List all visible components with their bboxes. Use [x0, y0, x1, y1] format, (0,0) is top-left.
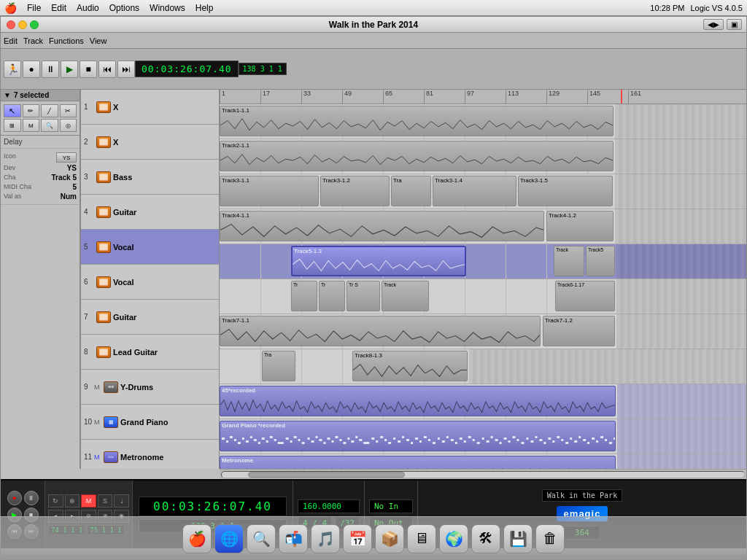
- solo-btn[interactable]: S: [98, 494, 113, 508]
- svg-rect-50: [438, 438, 440, 440]
- region-7-1[interactable]: Track7-1.1: [220, 316, 541, 346]
- dock-trash[interactable]: 🗑: [535, 524, 565, 553]
- tool-eraser[interactable]: ╱: [41, 104, 58, 117]
- menu-file[interactable]: File: [27, 3, 41, 13]
- window-ctrl-2[interactable]: ▣: [727, 19, 742, 30]
- apple-menu[interactable]: 🍎: [4, 2, 17, 14]
- dock-search[interactable]: 🔍: [247, 524, 276, 553]
- track-header-6[interactable]: 6 ▓▓ Vocal: [81, 265, 219, 300]
- region-4-1[interactable]: Track4-1.1: [220, 211, 544, 241]
- track-header-5[interactable]: 5 ▓▓ Vocal: [81, 230, 219, 265]
- region-10-1[interactable]: Grand Piano *recorded: [220, 421, 616, 451]
- track-header-2[interactable]: 2 ▓▓ X: [81, 125, 219, 160]
- dock-browser[interactable]: 🌐: [214, 524, 244, 553]
- region-6-2[interactable]: Tr: [319, 281, 345, 311]
- region-8-2[interactable]: Track8-1.3: [352, 351, 468, 381]
- forward-btn[interactable]: ⏭: [117, 61, 135, 78]
- submenu-edit[interactable]: Edit: [4, 36, 18, 45]
- dock-calendar[interactable]: 📅: [343, 524, 372, 553]
- bottom-record-btn[interactable]: ●: [7, 491, 22, 505]
- scrollbar-thumb[interactable]: [248, 472, 405, 478]
- region-label-11-1: Metronome: [222, 457, 253, 464]
- region-6-4[interactable]: Track: [382, 281, 429, 311]
- pause-btn[interactable]: ⏸: [42, 61, 59, 78]
- tool-scissors[interactable]: ✂: [60, 104, 77, 117]
- region-3-1[interactable]: Track3-1.1: [220, 176, 319, 206]
- region-3-4[interactable]: Track3-1.4: [433, 176, 516, 206]
- minimize-button[interactable]: [18, 20, 27, 29]
- play-btn[interactable]: ▶: [61, 61, 78, 78]
- empty-area-8: [469, 349, 746, 384]
- region-6-1[interactable]: Tr: [291, 281, 317, 311]
- tool-extra[interactable]: ◎: [60, 119, 77, 132]
- inspector-arrow[interactable]: ▼: [4, 91, 11, 99]
- svg-rect-27: [335, 436, 338, 438]
- tool-pencil[interactable]: ✏: [23, 104, 40, 117]
- sync-btn[interactable]: ⊕: [65, 494, 80, 508]
- dock-mail[interactable]: 📬: [279, 524, 308, 553]
- in-display: No In: [369, 499, 413, 513]
- scrollbar-track[interactable]: [221, 471, 745, 478]
- submenu-track[interactable]: Track: [23, 36, 43, 45]
- region-3-2[interactable]: Track3-1.2: [320, 176, 390, 206]
- track-header-9[interactable]: 9 M ≡≡ Y-Drums: [81, 370, 219, 405]
- svg-rect-41: [398, 440, 400, 443]
- maximize-button[interactable]: [30, 20, 39, 29]
- dock-app1[interactable]: 📦: [375, 524, 404, 553]
- menu-edit[interactable]: Edit: [51, 3, 66, 13]
- dock-app2[interactable]: 🖥: [407, 524, 436, 553]
- submenu-functions[interactable]: Functions: [49, 36, 84, 45]
- menu-audio[interactable]: Audio: [77, 3, 99, 13]
- click-btn[interactable]: ♩: [114, 494, 129, 508]
- track-header-3[interactable]: 3 ▓▓ Bass: [81, 160, 219, 195]
- region-9-1[interactable]: 45*recorded: [220, 386, 616, 416]
- tool-glue[interactable]: ⊞: [4, 119, 21, 132]
- track-header-11[interactable]: 11 M ≈≈ Metronome: [81, 440, 219, 469]
- dock-finder[interactable]: 🍎: [182, 524, 212, 553]
- horizontal-scrollbar[interactable]: [220, 469, 746, 479]
- loop-btn[interactable]: ↻: [48, 494, 63, 508]
- menu-options[interactable]: Options: [109, 3, 139, 13]
- submenu-view[interactable]: View: [90, 36, 107, 45]
- region-2-1[interactable]: Track2-1.1: [220, 141, 614, 171]
- region-1-1[interactable]: Track1-1.1: [220, 106, 614, 136]
- track-header-10[interactable]: 10 M ▦ Grand Piano: [81, 405, 219, 440]
- dock-app3[interactable]: 🌍: [439, 524, 468, 553]
- window-ctrl-1[interactable]: ◀▶: [703, 19, 724, 30]
- dock-app5[interactable]: 💾: [503, 524, 533, 553]
- dock-music[interactable]: 🎵: [311, 524, 340, 553]
- ruler-tick-81: 81: [424, 90, 433, 104]
- track-header-1[interactable]: 1 ▓▓ X: [81, 90, 219, 125]
- tool-mute[interactable]: M: [23, 119, 40, 132]
- bottom-pause-btn[interactable]: ⏸: [24, 491, 39, 505]
- empty-area-7: [616, 314, 746, 349]
- region-4-2[interactable]: Track4-1.2: [546, 211, 614, 241]
- region-3-3[interactable]: Tra: [391, 176, 431, 206]
- mute-btn[interactable]: M: [81, 494, 96, 508]
- rewind-btn[interactable]: ⏮: [98, 61, 116, 78]
- track-header-4[interactable]: 4 ▓▓ Guitar: [81, 195, 219, 230]
- track-icon-1: ▓▓: [96, 101, 111, 113]
- region-5-2[interactable]: Track: [554, 246, 584, 276]
- region-3-5[interactable]: Track3-1.5: [518, 176, 613, 206]
- region-7-2[interactable]: Track7-1.2: [543, 316, 615, 346]
- menu-help[interactable]: Help: [196, 3, 214, 13]
- tool-zoom[interactable]: 🔍: [41, 119, 58, 132]
- mode-btn-1[interactable]: 🏃: [4, 61, 21, 78]
- region-5-3[interactable]: Track5: [586, 246, 615, 276]
- track-header-7[interactable]: 7 ▓▓ Guitar: [81, 300, 219, 335]
- region-11-1[interactable]: Metronome: [220, 456, 616, 469]
- menu-windows[interactable]: Windows: [150, 3, 185, 13]
- region-5-1[interactable]: Track5-1.3: [291, 246, 466, 276]
- svg-rect-68: [516, 439, 519, 441]
- region-8-1[interactable]: Tra: [262, 351, 295, 381]
- region-6-5[interactable]: Track6-1.17: [555, 281, 615, 311]
- stop-btn[interactable]: ■: [80, 61, 97, 78]
- tool-arrow[interactable]: ↖: [4, 104, 21, 117]
- region-6-3[interactable]: Tr S: [347, 281, 380, 311]
- transport-controls: 🏃 ● ⏸ ▶ ■ ⏮ ⏭: [4, 61, 135, 78]
- record-btn[interactable]: ●: [23, 61, 40, 78]
- track-header-8[interactable]: 8 ▓▓ Lead Guitar: [81, 335, 219, 370]
- dock-app4[interactable]: 🛠: [471, 524, 500, 553]
- close-button[interactable]: [7, 20, 15, 29]
